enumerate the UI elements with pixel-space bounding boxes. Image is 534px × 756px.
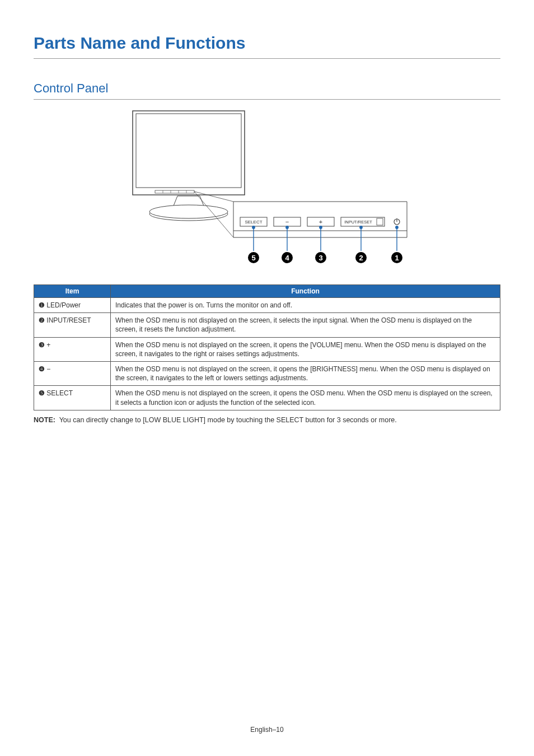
row-num-icon: ❸ bbox=[39, 340, 45, 349]
row-label: INPUT/RESET bbox=[46, 316, 91, 324]
panel-minus-label: − bbox=[285, 218, 289, 225]
section-title: Control Panel bbox=[34, 81, 500, 100]
callout-4: 4 bbox=[285, 254, 289, 262]
row-function: Indicates that the power is on. Turns th… bbox=[111, 298, 500, 313]
svg-point-24 bbox=[252, 226, 255, 228]
control-panel-diagram: SELECT − + INPUT/RESET 5 bbox=[34, 106, 500, 274]
row-num-icon: ❹ bbox=[39, 365, 45, 374]
row-function: When the OSD menu is not displayed on th… bbox=[111, 386, 500, 410]
table-row: ❺ SELECT When the OSD menu is not displa… bbox=[34, 386, 500, 410]
svg-point-32 bbox=[396, 226, 398, 228]
svg-rect-1 bbox=[136, 114, 241, 188]
page-title: Parts Name and Functions bbox=[34, 34, 500, 59]
svg-point-26 bbox=[286, 226, 288, 228]
row-function: When the OSD menu is not displayed on th… bbox=[111, 361, 500, 385]
function-table: Item Function ❶ LED/Power Indicates that… bbox=[34, 284, 500, 410]
table-header-item: Item bbox=[34, 285, 111, 298]
row-num-icon: ❶ bbox=[39, 301, 45, 310]
row-label: SELECT bbox=[46, 389, 73, 397]
page-footer: English–10 bbox=[0, 726, 534, 734]
panel-select-label: SELECT bbox=[245, 220, 262, 225]
svg-rect-20 bbox=[377, 218, 383, 225]
note: NOTE: You can directly change to [LOW BL… bbox=[34, 416, 500, 424]
note-text: You can directly change to [LOW BLUE LIG… bbox=[59, 416, 397, 424]
table-header-function: Function bbox=[111, 285, 500, 298]
panel-plus-label: + bbox=[319, 218, 322, 225]
svg-rect-0 bbox=[133, 111, 245, 195]
row-num-icon: ❷ bbox=[39, 316, 45, 325]
row-label: − bbox=[46, 365, 50, 373]
row-function: When the OSD menu is not displayed on th… bbox=[111, 313, 500, 337]
callout-5: 5 bbox=[251, 254, 255, 262]
callout-1: 1 bbox=[395, 254, 399, 262]
svg-rect-2 bbox=[155, 190, 194, 193]
callout-3: 3 bbox=[318, 254, 322, 262]
table-row: ❸ + When the OSD menu is not displayed o… bbox=[34, 337, 500, 361]
row-function: When the OSD menu is not displayed on th… bbox=[111, 337, 500, 361]
svg-point-28 bbox=[320, 226, 322, 228]
row-label: + bbox=[46, 341, 50, 349]
panel-input-reset-label: INPUT/RESET bbox=[344, 220, 372, 225]
svg-point-8 bbox=[149, 205, 228, 218]
row-num-icon: ❺ bbox=[39, 389, 45, 398]
table-row: ❹ − When the OSD menu is not displayed o… bbox=[34, 361, 500, 385]
svg-point-30 bbox=[360, 226, 362, 228]
monitor-line-drawing: SELECT − + INPUT/RESET 5 bbox=[121, 106, 413, 274]
table-row: ❶ LED/Power Indicates that the power is … bbox=[34, 298, 500, 313]
note-label: NOTE: bbox=[34, 416, 55, 424]
table-row: ❷ INPUT/RESET When the OSD menu is not d… bbox=[34, 313, 500, 337]
callout-2: 2 bbox=[359, 254, 363, 262]
row-label: LED/Power bbox=[46, 301, 81, 309]
